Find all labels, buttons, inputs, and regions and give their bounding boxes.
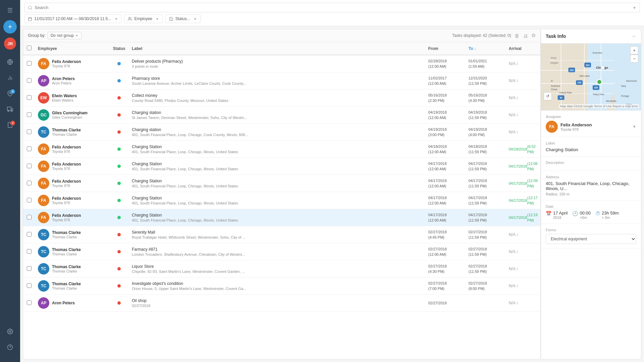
arrival-cell: 04/17/2018 (12:17 PM) <box>506 192 540 209</box>
arrival-na: N/A <box>509 266 516 271</box>
label-cell: Liquor Store Chipotle, 92-93, Saint Mart… <box>129 260 426 278</box>
sidebar-icon-car[interactable] <box>4 103 16 117</box>
zoom-out-btn[interactable]: − <box>630 55 638 63</box>
table-row[interactable]: FA Felix Anderson Toyota 978 Charging St… <box>23 209 540 226</box>
employee-vehicle: Toyota 978 <box>52 149 81 154</box>
table-row[interactable]: FA Felix Anderson Toyota 978 Charging St… <box>23 158 540 175</box>
zoom-in-btn[interactable]: + <box>630 46 638 54</box>
from-date: 11/02/2017 <box>428 75 463 81</box>
menu-icon[interactable]: ☰ <box>4 3 16 17</box>
sidebar-icon-help[interactable] <box>4 341 16 355</box>
assignee-name: Felix Anderson <box>560 122 592 127</box>
row-checkbox[interactable] <box>27 300 32 305</box>
to-cell: 02/27/2018 (11:59 PM) <box>466 260 506 278</box>
from-date: 02/27/2018 <box>428 263 463 269</box>
table-row[interactable]: TC Thomas Clarke Thomas Clarke Charging … <box>23 124 540 141</box>
search-box[interactable]: ▼ <box>24 3 640 12</box>
label-main: Oil shop <box>132 298 423 303</box>
table-row[interactable]: EW Elwin Waters Elwin Waters Collect mon… <box>23 89 540 107</box>
table-row[interactable]: GC Giles Cunningham Giles Cunningham Cha… <box>23 107 540 124</box>
select-all-checkbox[interactable] <box>27 46 32 50</box>
employee-cell: TC Thomas Clarke Thomas Clarke <box>35 124 109 141</box>
sidebar-icon-tasks[interactable]: 4 <box>4 119 16 133</box>
th-to[interactable]: To ↓ <box>466 42 506 55</box>
arrival-na: N/A <box>509 78 516 83</box>
from-time: (4:45 PM) <box>428 235 463 240</box>
table-row[interactable]: TC Thomas Clarke Thomas Clarke Investiga… <box>23 278 540 295</box>
svg-text:go: go <box>604 66 608 69</box>
employee-name: Felix Anderson <box>52 59 81 64</box>
employee-vehicle: Thomas Clarke <box>52 286 81 290</box>
forms-select[interactable]: Electrical equipment <box>546 234 636 244</box>
search-input[interactable] <box>35 5 633 10</box>
table-row[interactable]: AP Aron Peters Oil shop 02/27/2018 02/27… <box>23 295 540 312</box>
employee-name: Felix Anderson <box>52 145 81 149</box>
employee-avatar: TC <box>38 280 49 292</box>
assignee-chevron[interactable]: ▼ <box>632 124 636 129</box>
employee-filter[interactable]: Employee ▼ <box>124 14 162 23</box>
date-filter[interactable]: 11/01/2017 12:00 AM — 06/30/2018 11:5...… <box>24 14 121 23</box>
row-checkbox[interactable] <box>27 146 32 151</box>
table-row[interactable]: TC Thomas Clarke Thomas Clarke Liquor St… <box>23 260 540 278</box>
status-filter[interactable]: Status... ▼ <box>165 14 201 23</box>
row-checkbox[interactable] <box>27 215 32 220</box>
duration-val: 23h 59m <box>602 210 619 216</box>
row-checkbox[interactable] <box>27 129 32 134</box>
employee-cell: AP Aron Peters Aron Peters <box>35 72 109 89</box>
arrival-cell: N/A ℹ <box>506 278 540 295</box>
row-checkbox[interactable] <box>27 249 32 254</box>
table-row[interactable]: FA Felix Anderson Toyota 978 Charging St… <box>23 175 540 192</box>
row-checkbox[interactable] <box>27 61 32 66</box>
sidebar-icon-settings[interactable] <box>4 325 16 340</box>
label-cell: Charging Station 401, South Financial Pl… <box>129 209 426 226</box>
row-checkbox[interactable] <box>27 283 32 288</box>
avatar[interactable]: JR <box>4 38 16 50</box>
row-checkbox[interactable] <box>27 164 32 168</box>
svg-text:Hammond: Hammond <box>626 80 637 82</box>
table-row[interactable]: FA Felix Anderson Toyota 978 Charging St… <box>23 192 540 209</box>
row-checkbox[interactable] <box>27 112 32 117</box>
sidebar-icon-location[interactable]: B <box>4 87 16 102</box>
arrival-na: N/A <box>509 130 516 134</box>
status-dot <box>117 147 121 151</box>
table-row[interactable]: TC Thomas Clarke Thomas Clarke Serenity … <box>23 226 540 243</box>
svg-text:Oak Lawn: Oak Lawn <box>579 75 590 77</box>
table-row[interactable]: FA Felix Anderson Toyota 978 Charging St… <box>23 141 540 158</box>
svg-text:Orland Park: Orland Park <box>559 92 572 94</box>
status-cell <box>109 295 129 312</box>
from-cell: 04/17/2018 (12:00 AM) <box>426 175 466 192</box>
row-checkbox[interactable] <box>27 232 32 237</box>
table-row[interactable]: TC Thomas Clarke Thomas Clarke Farmacy #… <box>23 243 540 260</box>
employee-avatar: EW <box>38 92 49 104</box>
employee-avatar: FA <box>38 58 49 69</box>
to-date: 04/19/2018 <box>469 110 503 115</box>
add-button[interactable]: + <box>3 20 17 34</box>
search-dropdown-arrow[interactable]: ▼ <box>633 6 636 10</box>
svg-point-10 <box>9 331 11 333</box>
delete-icon[interactable]: 🗑 <box>515 33 520 39</box>
arrival-date: 04/17/2018 <box>509 215 527 221</box>
label-cell: Oil shop 02/27/2018 <box>129 295 426 312</box>
arrival-info-icon: ℹ <box>517 250 518 254</box>
row-checkbox[interactable] <box>27 78 32 83</box>
map-reset-btn[interactable]: ↺ <box>544 92 552 100</box>
arrival-na: N/A <box>509 113 516 117</box>
sidebar-icon-globe[interactable] <box>4 56 16 70</box>
sidebar-icon-chart[interactable] <box>4 71 16 86</box>
table-row[interactable]: AP Aron Peters Aron Peters Pharmacy stor… <box>23 72 540 89</box>
to-cell: 04/17/2018 (11:59 PM) <box>466 158 506 175</box>
label-cell: Charging Station 401, South Financial Pl… <box>129 192 426 209</box>
groupby-select[interactable]: Do not group ▼ <box>48 32 82 39</box>
label-value: Charging Station <box>546 147 636 152</box>
row-checkbox[interactable] <box>27 266 32 271</box>
row-checkbox[interactable] <box>27 95 32 100</box>
table-row[interactable]: FA Felix Anderson Toyota 978 Deliver pro… <box>23 55 540 72</box>
task-info-close-btn[interactable]: → <box>631 33 636 39</box>
row-checkbox[interactable] <box>27 181 32 185</box>
settings-icon[interactable]: ⚙ <box>531 33 536 39</box>
th-arrival: Arrival <box>506 42 540 55</box>
print-icon[interactable]: 🖨 <box>523 33 528 39</box>
from-time: (4:30 PM) <box>428 269 463 275</box>
from-time: (12:00 AM) <box>428 64 463 69</box>
row-checkbox[interactable] <box>27 198 32 202</box>
